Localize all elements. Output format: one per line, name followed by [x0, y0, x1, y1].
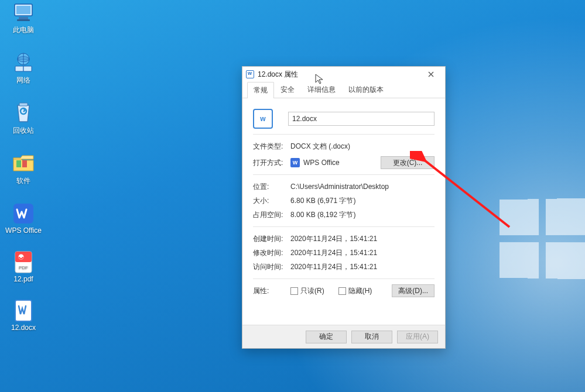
label-disksize: 占用空间:: [253, 210, 290, 220]
svg-rect-1: [16, 6, 30, 14]
svg-rect-11: [13, 204, 33, 223]
properties-dialog: 12.docx 属性 常规 安全 详细信息 以前的版本 w 12.docx 文件…: [242, 66, 446, 349]
advanced-button[interactable]: 高级(D)...: [392, 284, 435, 297]
svg-rect-8: [19, 103, 28, 106]
desktop-icon-this-pc[interactable]: 此电脑: [0, 1, 47, 35]
close-button[interactable]: [420, 68, 442, 81]
desktop-icon-software-folder[interactable]: 软件: [0, 152, 47, 186]
checkbox-box-icon: [290, 287, 298, 295]
recycle-bin-icon: [12, 102, 35, 124]
desktop-icon-label: 12.docx: [11, 324, 36, 332]
checkbox-hidden-label: 隐藏(H): [348, 286, 372, 296]
svg-rect-3: [17, 19, 30, 21]
value-accessed: 2020年11月24日，15:41:21: [290, 262, 435, 272]
tab-security[interactable]: 安全: [274, 81, 301, 98]
checkbox-box-icon: [338, 287, 346, 295]
label-accessed: 访问时间:: [253, 262, 290, 272]
checkbox-readonly[interactable]: 只读(R): [290, 286, 324, 296]
value-modified: 2020年11月24日，15:41:21: [290, 248, 435, 258]
value-created: 2020年11月24日，15:41:21: [290, 234, 435, 244]
wps-office-icon: [12, 202, 35, 225]
change-button[interactable]: 更改(C)...: [381, 156, 435, 169]
svg-rect-9: [16, 160, 21, 167]
label-location: 位置:: [253, 182, 290, 192]
network-icon: [12, 51, 35, 74]
desktop-icon-label: 12.pdf: [13, 275, 33, 283]
desktop-icon-wps-office[interactable]: WPS Office: [0, 202, 47, 235]
tab-details[interactable]: 详细信息: [301, 81, 342, 98]
desktop-icon-12-docx[interactable]: 12.docx: [0, 300, 47, 332]
filename-input[interactable]: 12.docx: [288, 112, 435, 126]
label-modified: 修改时间:: [253, 248, 290, 258]
close-icon: [428, 71, 434, 77]
label-filetype: 文件类型:: [253, 142, 290, 152]
svg-rect-10: [22, 160, 27, 167]
titlebar[interactable]: 12.docx 属性: [242, 67, 445, 82]
folder-icon: [12, 152, 35, 174]
computer-icon: [12, 1, 35, 23]
file-type-icon: w: [253, 109, 273, 129]
label-openwith: 打开方式:: [253, 158, 290, 168]
apply-button[interactable]: 应用(A): [397, 331, 438, 343]
value-disksize: 8.00 KB (8,192 字节): [290, 210, 435, 220]
general-panel: w 12.docx 文件类型: DOCX 文档 (.docx) 打开方式: W …: [242, 98, 445, 302]
desktop-icon-label: 回收站: [13, 126, 34, 136]
titlebar-file-icon: [246, 70, 254, 78]
titlebar-title: 12.docx 属性: [258, 70, 420, 80]
value-filetype: DOCX 文档 (.docx): [290, 142, 435, 152]
value-size: 6.80 KB (6,971 字节): [290, 196, 435, 206]
checkbox-readonly-label: 只读(R): [300, 286, 324, 296]
pdf-file-icon: PDF: [12, 251, 35, 273]
desktop-icon-label: 网络: [16, 75, 30, 85]
label-attributes: 属性:: [253, 286, 290, 296]
desktop-icon-label: 此电脑: [13, 25, 34, 35]
label-created: 创建时间:: [253, 234, 290, 244]
dialog-footer: 确定 取消 应用(A): [242, 325, 445, 348]
ok-button[interactable]: 确定: [306, 331, 347, 343]
wps-app-icon: W: [290, 158, 300, 167]
value-location: C:\Users\Administrator\Desktop: [290, 183, 435, 191]
desktop-icon-label: 软件: [16, 176, 30, 186]
svg-text:PDF: PDF: [19, 265, 28, 270]
value-openwith: W WPS Office: [290, 158, 381, 167]
desktop-icon-12-pdf[interactable]: PDF 12.pdf: [0, 251, 47, 283]
checkbox-hidden[interactable]: 隐藏(H): [338, 286, 372, 296]
svg-rect-7: [23, 66, 32, 71]
openwith-app-name: WPS Office: [303, 159, 340, 167]
desktop-icon-column: 此电脑 网络 回收站: [0, 1, 47, 348]
svg-rect-6: [15, 66, 23, 71]
svg-rect-2: [19, 17, 28, 19]
desktop-icon-recycle-bin[interactable]: 回收站: [0, 102, 47, 136]
label-size: 大小:: [253, 196, 290, 206]
tab-strip: 常规 安全 详细信息 以前的版本: [242, 82, 445, 98]
tab-general[interactable]: 常规: [247, 82, 274, 98]
windows-logo-backdrop: [500, 198, 585, 279]
cancel-button[interactable]: 取消: [351, 331, 392, 343]
tab-previous-versions[interactable]: 以前的版本: [342, 81, 390, 98]
desktop-icon-label: WPS Office: [5, 226, 42, 235]
desktop-icon-network[interactable]: 网络: [0, 51, 47, 85]
docx-file-icon: [12, 300, 35, 322]
